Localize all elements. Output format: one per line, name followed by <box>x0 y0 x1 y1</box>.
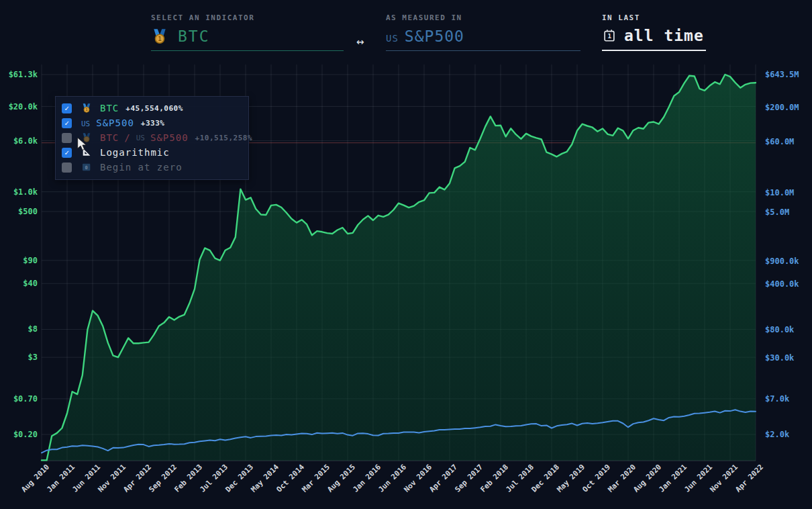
x-axis-labels: Aug 2010Jan 2011Jun 2011Nov 2011Apr 2012… <box>19 463 765 494</box>
legend-row-btc[interactable]: ✓ 1 BTC +45,554,060% <box>56 101 248 115</box>
axis-tick-label: $0.70 <box>13 394 38 404</box>
axis-tick-label: $10.0M <box>765 188 794 197</box>
axis-tick-label: Apr 2022 <box>733 463 765 494</box>
axis-tick-label: $30.0k <box>765 353 795 363</box>
axis-tick-label: $1.0k <box>13 187 38 197</box>
svg-text:0: 0 <box>85 165 88 171</box>
legend-ratio-us: US <box>136 134 145 142</box>
axis-tick-label: $2.0k <box>765 430 790 439</box>
axis-tick-label: $3 <box>28 353 38 362</box>
zero-icon: 0 <box>81 162 92 173</box>
legend-sp500-label: S&P500 <box>96 118 134 128</box>
axis-tick-label: $61.3k <box>9 70 38 79</box>
axis-tick-label: $400.0k <box>765 279 799 289</box>
axis-tick-label: $500 <box>18 207 38 216</box>
svg-text:1: 1 <box>85 107 87 111</box>
app-root: SELECT AN INDICATOR 1 BTC ↔ AS MEASURED … <box>0 0 812 509</box>
axis-tick-label: $20.0k <box>9 102 38 111</box>
axis-tick-label: $0.20 <box>13 430 38 439</box>
legend-row-begin-at-zero[interactable]: ✓ 0 Begin at zero <box>56 160 248 175</box>
ratio-checkbox-unchecked[interactable]: ✓ <box>62 133 72 143</box>
axis-tick-label: $80.0k <box>765 325 795 334</box>
legend-ratio-pct: +10,515,258% <box>195 134 252 142</box>
legend-ratio-sp: S&P500 <box>150 132 189 143</box>
legend-sp500-prefix: US <box>81 120 90 128</box>
legend-btc-pct: +45,554,060% <box>125 104 183 113</box>
medal-icon: 1 <box>81 103 92 113</box>
legend-begin-at-zero-label: Begin at zero <box>100 162 183 173</box>
axis-tick-label: $7.0k <box>765 394 790 404</box>
axis-tick-label: $8 <box>28 324 38 334</box>
legend-ratio-slash: / <box>124 132 130 143</box>
axis-tick-label: $200.0M <box>765 103 799 112</box>
legend-logarithmic-label: Logarithmic <box>100 147 170 158</box>
legend-ratio-btc: BTC <box>100 132 119 143</box>
legend-btc-label: BTC <box>100 103 119 113</box>
axis-tick-label: $643.5M <box>765 70 799 79</box>
axis-tick-label: $60.0M <box>765 137 794 146</box>
axis-tick-label: $5.0M <box>765 207 789 217</box>
logarithmic-checkbox-checked[interactable]: ✓ <box>62 148 72 158</box>
begin-at-zero-checkbox-unchecked[interactable]: ✓ <box>62 163 72 173</box>
axis-tick-label: $90 <box>23 256 38 265</box>
price-chart[interactable]: $61.3k$20.0k$6.0k$1.0k$500$90$40$8$3$0.7… <box>0 0 812 509</box>
mouse-cursor <box>76 138 88 151</box>
legend-sp500-pct: +333% <box>141 119 165 128</box>
axis-tick-label: $6.0k <box>13 136 38 146</box>
right-axis-labels: $643.5M$200.0M$60.0M$10.0M$5.0M$900.0k$4… <box>765 70 799 439</box>
legend-row-sp500[interactable]: ✓ US S&P500 +333% <box>56 115 248 130</box>
btc-checkbox-checked[interactable]: ✓ <box>62 103 72 113</box>
sp500-checkbox-checked[interactable]: ✓ <box>62 118 72 128</box>
axis-tick-label: $40 <box>23 279 38 288</box>
left-axis-labels: $61.3k$20.0k$6.0k$1.0k$500$90$40$8$3$0.7… <box>9 70 38 439</box>
axis-tick-label: $900.0k <box>765 257 799 266</box>
